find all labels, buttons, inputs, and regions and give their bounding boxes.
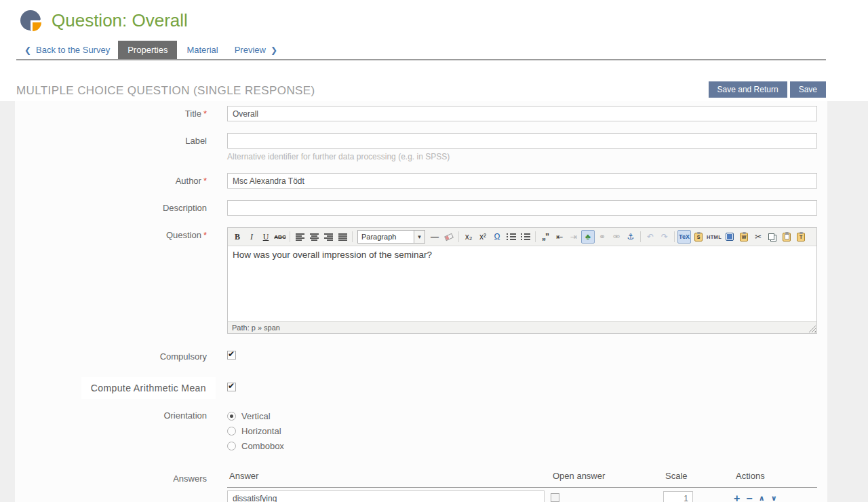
align-justify-icon[interactable]	[336, 230, 349, 244]
orientation-option-horizontal: Horizontal	[227, 423, 817, 438]
bold-icon[interactable]: B	[231, 230, 244, 244]
page-title: Question: Overall	[52, 10, 188, 31]
copy-icon[interactable]	[766, 230, 779, 244]
redo-icon[interactable]: ↷	[658, 230, 671, 244]
save-and-return-button[interactable]: Save and Return	[709, 81, 787, 98]
save-button[interactable]: Save	[790, 81, 826, 98]
title-label: Title*	[15, 106, 227, 119]
back-to-survey-link[interactable]: ❮ Back to the Survey	[16, 41, 118, 59]
fullscreen-icon[interactable]	[723, 230, 736, 244]
paste-snippet-icon[interactable]: S	[692, 230, 705, 244]
tab-preview[interactable]: Preview ❯	[226, 41, 285, 59]
label-label: Label	[15, 133, 227, 146]
superscript-icon[interactable]: x²	[476, 230, 490, 244]
horizontal-rule-icon[interactable]: —	[428, 230, 441, 244]
paste-from-word-icon[interactable]: W	[737, 230, 751, 244]
italic-icon[interactable]: I	[245, 230, 258, 244]
move-down-icon[interactable]: ∨	[771, 495, 777, 502]
label-input[interactable]	[227, 133, 817, 149]
arithmetic-mean-row: Compute Arithmetic Mean	[15, 377, 827, 399]
vertical-radio[interactable]	[227, 412, 236, 421]
column-actions: Actions	[734, 471, 817, 481]
strikethrough-icon[interactable]: ABC	[273, 230, 287, 244]
insert-image-icon[interactable]: ♣	[581, 230, 595, 244]
numbered-list-icon[interactable]	[519, 230, 532, 244]
tab-material[interactable]: Material	[178, 41, 226, 59]
undo-icon[interactable]: ↶	[644, 230, 657, 244]
link-icon[interactable]: ⚭	[595, 230, 609, 244]
blockquote-icon[interactable]: „”	[538, 230, 552, 244]
answers-label: Answers	[15, 471, 227, 484]
chevron-right-icon: ❯	[271, 45, 277, 55]
remove-answer-icon[interactable]: −	[746, 493, 752, 502]
horizontal-label: Horizontal	[241, 426, 281, 436]
question-form: Title* Label Alternative identifier for …	[15, 101, 827, 502]
title-row: Title*	[15, 106, 827, 121]
editor-resize-handle[interactable]	[808, 325, 816, 332]
compulsory-row: Compulsory	[15, 350, 827, 362]
orientation-option-combobox: Combobox	[227, 438, 817, 453]
row-actions: + − ∧ ∨	[734, 493, 817, 502]
indent-icon[interactable]: ⇥	[567, 230, 580, 244]
section-title: MULTIPLE CHOICE QUESTION (SINGLE RESPONS…	[16, 84, 315, 98]
editor-status-bar: Path: p » span	[228, 321, 816, 333]
align-right-icon[interactable]	[321, 230, 335, 244]
combobox-radio[interactable]	[227, 442, 236, 450]
required-asterisk: *	[203, 109, 207, 119]
subscript-icon[interactable]: x₂	[462, 230, 475, 244]
paste-icon[interactable]	[780, 230, 793, 244]
main-area: Title* Label Alternative identifier for …	[0, 101, 868, 502]
paste-as-text-icon[interactable]: T	[794, 230, 808, 244]
align-left-icon[interactable]	[293, 230, 307, 244]
answer-row-1: + − ∧ ∨	[227, 488, 817, 502]
orientation-row: Orientation Vertical Horizontal Combobox	[15, 408, 827, 453]
horizontal-radio[interactable]	[227, 427, 236, 436]
description-row: Description	[15, 200, 827, 216]
app-logo-icon	[20, 10, 41, 31]
dropdown-arrow-icon[interactable]: ▾	[414, 231, 425, 243]
panel-header: MULTIPLE CHOICE QUESTION (SINGLE RESPONS…	[16, 60, 826, 101]
description-label: Description	[15, 200, 227, 213]
cut-icon[interactable]: ✂	[751, 230, 765, 244]
format-select[interactable]: Paragraph ▾	[357, 230, 425, 244]
align-center-icon[interactable]	[307, 230, 321, 244]
author-input[interactable]	[227, 173, 817, 189]
scale-input[interactable]	[663, 491, 693, 502]
label-row: Label Alternative identifier for further…	[15, 133, 827, 161]
add-answer-icon[interactable]: +	[734, 493, 740, 502]
special-character-icon[interactable]: Ω	[490, 230, 504, 244]
required-asterisk: *	[203, 176, 207, 186]
orientation-label: Orientation	[15, 408, 227, 421]
tab-properties[interactable]: Properties	[118, 41, 177, 59]
column-scale: Scale	[663, 471, 734, 481]
tab-bar: ❮ Back to the Survey Properties Material…	[16, 41, 826, 60]
description-input[interactable]	[227, 200, 817, 216]
editor-path-status: Path: p » span	[232, 324, 280, 332]
compulsory-checkbox[interactable]	[227, 351, 236, 360]
author-row: Author*	[15, 173, 827, 189]
answer-input[interactable]	[227, 490, 545, 502]
underline-icon[interactable]: U	[259, 230, 273, 244]
answers-row: Answers Answer Open answer Scale Actions…	[15, 471, 827, 502]
move-up-icon[interactable]: ∧	[759, 495, 765, 502]
author-label: Author*	[15, 173, 227, 186]
vertical-label: Vertical	[241, 411, 271, 421]
arithmetic-mean-label: Compute Arithmetic Mean	[81, 377, 216, 399]
unlink-icon[interactable]: ⚮	[610, 230, 623, 244]
remove-format-icon[interactable]	[442, 230, 456, 244]
tab-preview-label: Preview	[235, 45, 266, 55]
chevron-left-icon: ❮	[24, 45, 31, 55]
question-editor-content[interactable]: How was your overall impression of the s…	[228, 246, 816, 321]
title-input[interactable]	[227, 106, 817, 121]
rich-text-editor: B I U ABC Paragraph ▾ —	[227, 227, 817, 334]
question-row: Question* B I U ABC Paragraph ▾	[15, 227, 827, 334]
open-answer-checkbox[interactable]	[551, 493, 559, 502]
column-open-answer: Open answer	[551, 471, 663, 481]
question-text: How was your overall impression of the s…	[233, 250, 812, 260]
bullet-list-icon[interactable]	[505, 230, 518, 244]
tex-formula-icon[interactable]: TeX	[677, 230, 691, 244]
outdent-icon[interactable]: ⇤	[553, 230, 566, 244]
html-source-icon[interactable]: HTML	[706, 230, 722, 244]
arithmetic-mean-checkbox[interactable]	[227, 383, 236, 391]
anchor-icon[interactable]: ⚓	[624, 230, 637, 244]
